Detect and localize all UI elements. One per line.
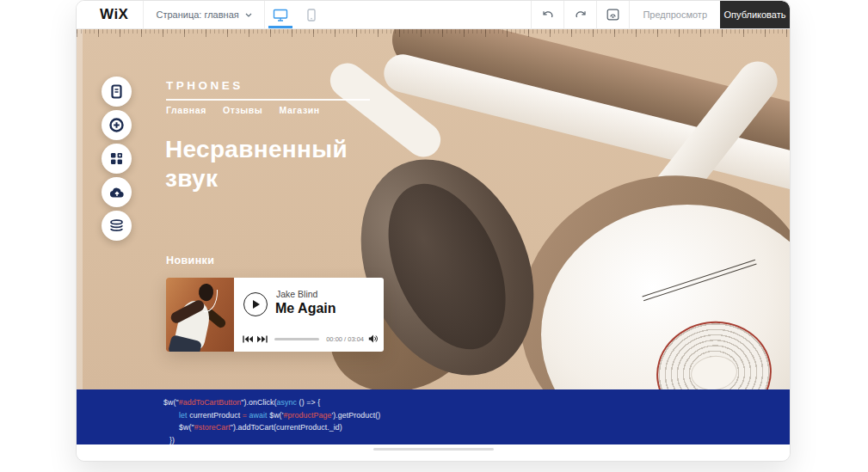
code-token: #storeCart [194,423,231,432]
code-token: $w(" [179,423,194,432]
code-lines: $w("#addToCartButton").onClick(async () … [77,396,790,446]
code-line: $w("#addToCartButton").onClick(async () … [77,396,790,409]
code-section: $w("#addToCartButton").onClick(async () … [77,389,790,446]
add-element-button[interactable] [102,110,132,140]
nav-link-store[interactable]: Магазин [279,105,319,115]
nav-link-reviews[interactable]: Отзывы [223,105,263,115]
artist-name: Jake Blind [276,289,317,299]
site-navigation: Главная Отзывы Магазин [166,105,320,115]
window-bottom-bar [77,444,790,461]
hero-section: TPHONES Главная Отзывы Магазин Несравнен… [77,29,790,389]
code-token: let [179,411,188,420]
code-line: $w("#storeCart").addToCart(currentProduc… [77,421,790,434]
code-token: ").onClick( [241,398,276,407]
upload-media-icon [109,187,125,199]
mobile-icon [307,9,316,21]
next-track-icon [257,335,268,343]
code-token: async [277,398,297,407]
next-track-button[interactable] [257,335,268,343]
toolbar-right-group: Предпросмотр Опубликовать [531,1,790,28]
progress-bar[interactable] [274,338,319,340]
add-apps-button[interactable] [102,144,132,174]
desktop-icon [273,9,288,21]
time-display: 00:00 / 03:04 [326,335,364,343]
new-releases-label: Новинки [166,254,214,267]
pages-icon [109,84,124,99]
editor-toolbar: WiX Страница: главная [77,1,790,29]
page-selector-label: Страница: главная [156,9,238,20]
window-notch [373,448,494,451]
pages-menu-button[interactable] [102,77,132,107]
hero-title: Несравненныйзвук [165,135,348,193]
page-background: WiX Страница: главная [0,0,868,472]
code-token: () => { [297,398,320,407]
code-token: $w(" [163,398,179,407]
previous-track-button[interactable] [243,335,253,343]
wix-editor-window: WiX Страница: главная [76,0,791,462]
database-button[interactable] [102,211,132,241]
album-art [166,278,234,352]
desktop-view-button[interactable] [265,1,296,28]
site-logo-underline [166,99,370,101]
publish-button[interactable]: Опубликовать [720,1,790,28]
code-token: }) [169,436,175,444]
code-token: #productPage [283,411,331,420]
code-token: $w(' [268,411,284,420]
volume-icon [368,334,378,343]
player-body: Jake Blind Me Again [234,278,384,352]
code-token: await [249,411,268,420]
editor-sidebar [102,77,132,241]
site-logo-text: TPHONES [166,79,243,92]
mobile-view-button[interactable] [296,1,327,28]
track-title: Me Again [275,301,336,316]
undo-icon [542,9,554,20]
code-token: ").addToCart(currentProduct._id) [231,423,342,432]
code-token: #addToCartButton [179,398,242,407]
undo-button[interactable] [532,1,563,28]
album-art-figure [204,290,218,312]
add-element-icon [109,118,124,132]
hero-title-line2: звук [165,165,218,192]
nav-link-home[interactable]: Главная [166,105,206,115]
play-button[interactable] [243,292,268,316]
chevron-down-icon [245,13,252,17]
upload-media-button[interactable] [102,177,132,207]
horizontal-ruler [77,29,790,37]
preview-button[interactable]: Предпросмотр [630,1,720,28]
code-token: currentProduct [188,411,243,420]
hero-title-line1: Несравненный [165,136,348,162]
save-button[interactable] [597,1,629,28]
previous-track-icon [243,335,253,343]
page-selector-dropdown[interactable]: Страница: главная [144,1,263,28]
redo-button[interactable] [564,1,596,28]
editor-canvas: TPHONES Главная Отзывы Магазин Несравнен… [77,29,790,444]
save-icon [606,9,619,21]
redo-icon [575,9,587,20]
music-player: Jake Blind Me Again [166,278,384,352]
database-icon [109,219,124,233]
wix-logo: WiX [77,1,143,28]
add-apps-icon [109,151,124,166]
code-line: let currentProduct = await $w('#productP… [77,409,790,422]
code-token: ').getProduct() [331,411,380,420]
player-controls: 00:00 / 03:04 [243,334,378,343]
volume-button[interactable] [368,334,378,343]
